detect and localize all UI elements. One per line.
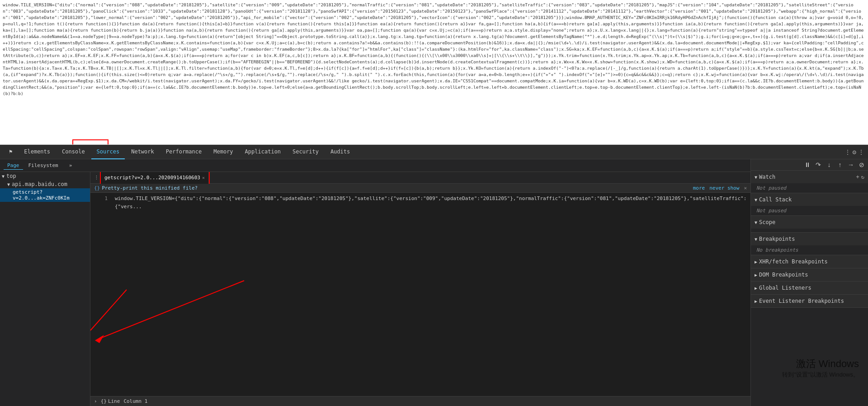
more-tabs-btn[interactable]: » bbox=[66, 162, 76, 169]
webpage-content: window.TILE_VERSION={"ditu":{"normal":{"… bbox=[0, 0, 868, 145]
file-tab-getscript[interactable]: getscript?v=2.0...20200914160603 ✕ bbox=[101, 172, 209, 184]
tab-console[interactable]: Console bbox=[57, 145, 90, 159]
tab-audits[interactable]: Audits bbox=[325, 145, 355, 159]
global-arrow: ▶ bbox=[755, 286, 757, 291]
code-editor: ⋮ getscript?v=2.0...20200914160603 ✕ {} … bbox=[90, 172, 750, 406]
pretty-print-icon: {} bbox=[94, 185, 100, 191]
file-tabs-options[interactable]: ⋮ bbox=[94, 175, 99, 181]
tab-elements[interactable]: Elements bbox=[19, 145, 56, 159]
watch-header[interactable]: ▼ Watch + ↻ bbox=[751, 171, 868, 183]
step-into-btn[interactable]: ↓ bbox=[825, 160, 834, 169]
watch-status: Not paused bbox=[756, 185, 786, 191]
watch-add-icon[interactable]: + bbox=[856, 174, 859, 180]
global-section: ▶ Global Listeners bbox=[751, 282, 868, 295]
tree-label: top bbox=[6, 173, 16, 179]
line-number-1: 1 bbox=[94, 195, 108, 203]
pause-resume-btn[interactable]: ⏸ bbox=[803, 160, 812, 169]
webpage-code-text: window.TILE_VERSION={"ditu":{"normal":{"… bbox=[3, 2, 864, 96]
file-tabs: ⋮ getscript?v=2.0...20200914160603 ✕ bbox=[90, 172, 750, 184]
breakpoints-header[interactable]: ▼ Breakpoints bbox=[751, 233, 868, 245]
tab-filesystem[interactable]: Filesystem bbox=[25, 162, 62, 169]
breakpoints-section: ▼ Breakpoints No breakpoints bbox=[751, 233, 868, 255]
debug-controls-bar: ⏸ ↷ ↓ ↑ → ⊘ bbox=[751, 159, 868, 171]
breakpoints-content: No breakpoints bbox=[751, 245, 868, 255]
tab-application[interactable]: Application bbox=[240, 145, 286, 159]
step-btn[interactable]: → bbox=[846, 160, 855, 169]
cursor-icon: › bbox=[94, 398, 97, 404]
scope-header[interactable]: ▼ Scope bbox=[751, 216, 868, 229]
dock-icon[interactable]: ⋮ bbox=[844, 148, 851, 156]
xhr-header[interactable]: ▶ XHR/fetch Breakpoints bbox=[751, 255, 868, 268]
tab-memory[interactable]: Memory bbox=[208, 145, 238, 159]
braces-btn[interactable]: {} Line bbox=[101, 398, 120, 404]
watch-refresh-icon[interactable]: ↻ bbox=[861, 174, 864, 180]
watch-title: Watch bbox=[759, 174, 854, 180]
scope-title: Scope bbox=[759, 219, 864, 225]
code-area: ▼ top ▼ api.map.baidu.com getscript?v=2.… bbox=[0, 172, 750, 406]
file-tab-close[interactable]: ✕ bbox=[202, 175, 205, 180]
tree-arrow-apimap: ▼ bbox=[7, 182, 10, 187]
breakpoints-status: No breakpoints bbox=[756, 247, 798, 253]
braces-icon: {} bbox=[101, 398, 107, 404]
step-over-btn[interactable]: ↷ bbox=[814, 160, 823, 169]
dom-arrow: ▶ bbox=[755, 272, 757, 277]
xhr-arrow: ▶ bbox=[755, 259, 757, 264]
deactivate-btn[interactable]: ⊘ bbox=[857, 160, 866, 169]
tree-item-top[interactable]: ▼ top bbox=[0, 172, 90, 180]
tab-network[interactable]: Network bbox=[126, 145, 160, 159]
breakpoints-title: Breakpoints bbox=[759, 236, 864, 242]
cursor-icon-btn[interactable]: › bbox=[94, 398, 97, 404]
tree-label-getscript: getscript?v=2.0...ak=ZNFc0KIm bbox=[13, 189, 86, 201]
more-link[interactable]: more bbox=[693, 185, 705, 191]
call-stack-status: Not paused bbox=[756, 208, 786, 214]
pretty-print-bar: {} Pretty-print this minified file? more… bbox=[90, 184, 750, 193]
tree-item-apimap[interactable]: ▼ api.map.baidu.com bbox=[0, 180, 90, 188]
tab-flag[interactable]: ⚑ bbox=[4, 145, 18, 159]
devtools-main: Page Filesystem » ▼ top ▼ api.map.baidu.… bbox=[0, 159, 868, 406]
tab-page[interactable]: Page bbox=[4, 162, 23, 170]
settings-icon[interactable]: ⚙ bbox=[853, 148, 856, 156]
close-pretty-print[interactable]: ✕ bbox=[744, 185, 747, 191]
column-btn[interactable]: Column 1 bbox=[123, 398, 147, 404]
file-tree-toolbar: Page Filesystem » bbox=[0, 159, 750, 172]
scope-section: ▼ Scope bbox=[751, 216, 868, 233]
more-icon[interactable]: ⋮ bbox=[858, 148, 864, 156]
devtools-toolbar: ⚑ Elements Console Sources Network Perfo… bbox=[0, 145, 868, 159]
call-stack-section: ▼ Call Stack Not paused bbox=[751, 193, 868, 216]
status-bar: › {} Line Column 1 bbox=[90, 396, 750, 406]
scope-content bbox=[751, 229, 868, 232]
never-link[interactable]: never show bbox=[709, 185, 739, 191]
tab-security[interactable]: Security bbox=[287, 145, 324, 159]
code-text-1: window.TILE_VERSION={"ditu":{"normal":{"… bbox=[115, 195, 747, 211]
event-header[interactable]: ▶ Event Listener Breakpoints bbox=[751, 295, 868, 307]
call-stack-arrow: ▼ bbox=[755, 197, 757, 202]
column-label: Column 1 bbox=[123, 398, 147, 404]
breakpoints-arrow: ▼ bbox=[755, 237, 757, 242]
tab-performance[interactable]: Performance bbox=[160, 145, 207, 159]
dom-header[interactable]: ▶ DOM Breakpoints bbox=[751, 268, 868, 281]
watch-section: ▼ Watch + ↻ Not paused bbox=[751, 171, 868, 193]
tab-sources[interactable]: Sources bbox=[91, 145, 125, 159]
call-stack-title: Call Stack bbox=[759, 196, 864, 203]
call-stack-header[interactable]: ▼ Call Stack bbox=[751, 193, 868, 206]
devtools-container: ⚑ Elements Console Sources Network Perfo… bbox=[0, 145, 868, 406]
global-title: Global Listeners bbox=[759, 285, 864, 291]
watch-content: Not paused bbox=[751, 183, 868, 193]
global-header[interactable]: ▶ Global Listeners bbox=[751, 282, 868, 294]
event-section: ▶ Event Listener Breakpoints bbox=[751, 295, 868, 308]
call-stack-content: Not paused bbox=[751, 206, 868, 215]
xhr-section: ▶ XHR/fetch Breakpoints bbox=[751, 255, 868, 268]
pretty-print-text[interactable]: Pretty-print this minified file? bbox=[102, 185, 198, 191]
code-line-1: 1 window.TILE_VERSION={"ditu":{"normal":… bbox=[90, 195, 750, 211]
file-tab-label: getscript?v=2.0...20200914160603 bbox=[104, 175, 200, 181]
watch-arrow: ▼ bbox=[755, 175, 757, 180]
tree-item-getscript[interactable]: getscript?v=2.0...ak=ZNFc0KIm bbox=[0, 188, 90, 202]
line-label: Line bbox=[108, 398, 120, 404]
scope-arrow: ▼ bbox=[755, 220, 757, 225]
event-arrow: ▶ bbox=[755, 299, 757, 304]
event-title: Event Listener Breakpoints bbox=[759, 298, 864, 304]
dom-section: ▶ DOM Breakpoints bbox=[751, 268, 868, 282]
code-highlight-box bbox=[72, 139, 108, 145]
right-panel: ⏸ ↷ ↓ ↑ → ⊘ ▼ Watch + ↻ Not paused bbox=[750, 159, 868, 406]
step-out-btn[interactable]: ↑ bbox=[835, 160, 844, 169]
